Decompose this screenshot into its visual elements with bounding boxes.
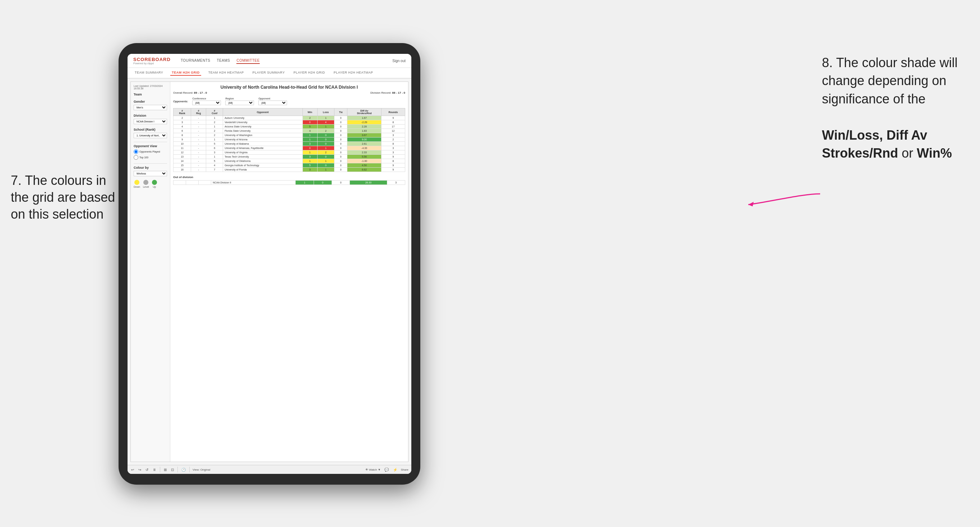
- school-label: School (Rank): [134, 128, 167, 132]
- cell-tie: 0: [334, 133, 347, 138]
- tab-player-h2h-grid[interactable]: PLAYER H2H GRID: [292, 70, 326, 76]
- cell-diff: -4.33: [347, 146, 382, 151]
- table-row: 6 - 2 Florida State University 4 2 0 1.8…: [173, 129, 405, 133]
- out-of-division: Out of division NCAA Division II 1 0 0 2…: [173, 176, 405, 185]
- cell-conf: 7: [206, 168, 223, 172]
- cell-opponent: University of Florida: [223, 168, 303, 172]
- redo-button[interactable]: ↪: [138, 467, 142, 472]
- cell-rank: 6: [173, 129, 191, 133]
- cell-win: 1: [302, 151, 317, 155]
- cell-rounds: 9: [381, 155, 405, 159]
- colour-by-select[interactable]: Win/loss: [134, 171, 167, 176]
- out-division-tbody: NCAA Division II 1 0 0 26.00 3: [173, 181, 405, 185]
- opponents-filter-label: Opponents:: [173, 100, 188, 103]
- crop-button[interactable]: ⊡: [170, 467, 175, 472]
- th-tie: Tie: [334, 108, 347, 116]
- cell-diff: 6.62: [347, 168, 382, 172]
- cell-win: 1: [302, 138, 317, 142]
- th-rank: # Rank: [173, 108, 191, 116]
- timestamp: Last Updated: 27/03/2024 16:55:38: [134, 85, 167, 90]
- tab-player-h2h-heatmap[interactable]: PLAYER H2H HEATMAP: [332, 70, 375, 76]
- cell-conf: 2: [206, 133, 223, 138]
- reset-button[interactable]: ↺: [145, 467, 149, 472]
- tab-team-h2h-grid[interactable]: TEAM H2H GRID: [170, 70, 201, 76]
- cell-conf: 5: [206, 159, 223, 163]
- tab-player-summary[interactable]: PLAYER SUMMARY: [251, 70, 286, 76]
- annotation-bold3: Win%: [917, 146, 952, 160]
- gender-section: Gender Men's: [134, 100, 167, 110]
- cell-reg: -: [191, 146, 206, 151]
- cell-opponent: University of Arizona: [223, 138, 303, 142]
- cell-tie: 0: [334, 146, 347, 151]
- radio-top-100[interactable]: Top 100: [134, 155, 167, 160]
- down-dot: [134, 180, 139, 185]
- overall-record: Overall Record: 89 - 17 - 0: [173, 91, 207, 94]
- nav-tournaments[interactable]: TOURNAMENTS: [181, 58, 210, 64]
- h2h-tbody: 2 - 1 Auburn University 2 1 0 1.67 9 3 -…: [173, 116, 405, 172]
- cell-rank: 10: [173, 142, 191, 146]
- nav-committee[interactable]: COMMITTEE: [236, 58, 260, 64]
- table-row: 12 - 3 University of Virginia 1 2 0 2.33…: [173, 151, 405, 155]
- region-filter: Region (All): [225, 97, 254, 105]
- cell-diff: 1.67: [347, 116, 382, 120]
- cell-win: 0: [302, 120, 317, 125]
- cell-loss: 2: [317, 129, 334, 133]
- clock-button[interactable]: 🕐: [181, 467, 186, 472]
- region-select[interactable]: (All): [225, 100, 254, 105]
- layout-button[interactable]: ⊞: [163, 467, 167, 472]
- logo-text: SCOREBOARD: [133, 57, 171, 62]
- cell-diff: 9.00: [347, 138, 382, 142]
- share-button[interactable]: Share: [401, 468, 409, 471]
- cell-diff: -2.29: [347, 120, 382, 125]
- undo-button[interactable]: ↩: [130, 467, 135, 472]
- cell-tie: 0: [334, 155, 347, 159]
- cell-rounds: 9: [381, 163, 405, 168]
- radio-group: Opponents Played Top 100: [134, 149, 167, 160]
- school-select[interactable]: 1. University of Nort...: [134, 133, 167, 138]
- cell-tie: 0: [334, 138, 347, 142]
- th-reg: # Reg: [191, 108, 206, 116]
- cell-loss: 1: [317, 159, 334, 163]
- main-grid: University of North Carolina Head-to-Hea…: [170, 82, 408, 462]
- gender-select[interactable]: Men's: [134, 105, 167, 110]
- annotation-left: 7. The colours in the grid are based on …: [11, 172, 122, 222]
- opponent-view-label: Opponent View: [134, 144, 167, 148]
- conference-select[interactable]: (All): [192, 100, 221, 105]
- cell-tie: 0: [334, 163, 347, 168]
- cell-opponent: University of Virginia: [223, 151, 303, 155]
- cell-win: 1: [296, 181, 313, 185]
- tab-team-h2h-heatmap[interactable]: TEAM H2H HEATMAP: [207, 70, 245, 76]
- pause-button[interactable]: ⏸: [152, 467, 157, 472]
- left-panel: Last Updated: 27/03/2024 16:55:38 Team G…: [131, 82, 170, 462]
- opponent-select[interactable]: (All): [258, 100, 287, 105]
- division-select[interactable]: NCAA Division I: [134, 119, 167, 124]
- cell-conf: 1: [206, 155, 223, 159]
- content-area: Last Updated: 27/03/2024 16:55:38 Team G…: [127, 79, 411, 474]
- table-row: NCAA Division II 1 0 0 26.00 3: [173, 181, 405, 185]
- cell-conf: 2: [206, 120, 223, 125]
- cell-diff: 4.50: [347, 163, 382, 168]
- down-label: Down: [134, 186, 140, 188]
- radio-opponents-played[interactable]: Opponents Played: [134, 149, 167, 154]
- cell-rank: 11: [173, 146, 191, 151]
- cell-tie: 0: [334, 116, 347, 120]
- share-icon[interactable]: ⚡: [392, 467, 398, 472]
- grid-title: University of North Carolina Head-to-Hea…: [173, 85, 405, 90]
- cell-win: 4: [302, 129, 317, 133]
- table-row: 15 - 4 Georgia Institute of Technology 5…: [173, 163, 405, 168]
- cell-conf: 1: [206, 125, 223, 129]
- cell-tie: 0: [334, 129, 347, 133]
- cell-rounds: 9: [381, 168, 405, 172]
- nav-teams[interactable]: TEAMS: [216, 58, 230, 64]
- cell-reg: -: [191, 116, 206, 120]
- annotation-or: or: [902, 146, 917, 160]
- tab-team-summary[interactable]: TEAM SUMMARY: [133, 70, 164, 76]
- comment-button[interactable]: 💬: [383, 467, 390, 472]
- cell-loss: 0: [317, 138, 334, 142]
- watch-button[interactable]: 👁 Watch ▼: [365, 468, 381, 471]
- cell-conf: 6: [206, 146, 223, 151]
- cell-win: 3: [302, 155, 317, 159]
- cell-conf: 2: [206, 129, 223, 133]
- cell-reg: -: [191, 133, 206, 138]
- sign-out-button[interactable]: Sign out: [392, 59, 406, 63]
